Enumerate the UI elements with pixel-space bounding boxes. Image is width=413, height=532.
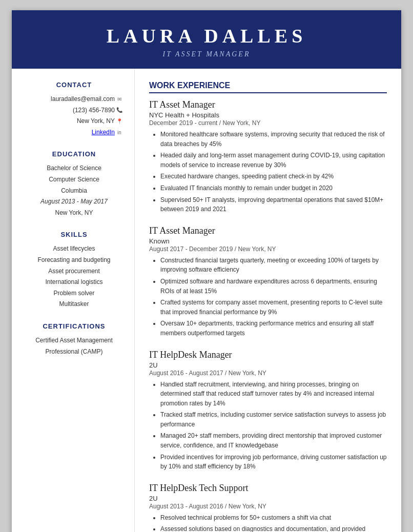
bullet: Headed daily and long-term asset managem…	[160, 151, 387, 170]
skills-title: SKILLS	[24, 231, 124, 238]
contact-location: New York, NY	[24, 116, 115, 127]
email-icon: ✉	[115, 95, 124, 104]
contact-phone-row: (123) 456-7890 📞	[24, 105, 124, 116]
job-1-dates: December 2019 - current / New York, NY	[149, 119, 387, 127]
job-1-bullets: Monitored healthcare software systems, i…	[149, 130, 387, 214]
education-dates: August 2013 - May 2017	[24, 196, 124, 208]
education-location: New York, NY	[24, 208, 124, 219]
resume: LAURA DALLES IT ASSET MANAGER CONTACT la…	[12, 10, 401, 532]
contact-email-row: lauradalles@email.com ✉	[24, 94, 124, 105]
resume-header: LAURA DALLES IT ASSET MANAGER	[12, 10, 401, 69]
job-2: IT Asset Manager Known August 2017 - Dec…	[149, 226, 387, 338]
phone-icon: 📞	[115, 106, 124, 115]
bullet: Optimized software and hardware expendit…	[160, 277, 387, 296]
job-4: IT HelpDesk Tech Support 2U August 2013 …	[149, 483, 387, 532]
candidate-name: LAURA DALLES	[32, 25, 381, 47]
main-content: WORK EXPERIENCE IT Asset Manager NYC Hea…	[135, 69, 401, 532]
bullet: Crafted systems for company asset moveme…	[160, 298, 387, 317]
job-4-company: 2U	[149, 495, 387, 502]
job-2-dates: August 2017 - December 2019 / New York, …	[149, 245, 387, 253]
bullet: Tracked staff metrics, including custome…	[160, 410, 387, 429]
job-3: IT HelpDesk Manager 2U August 2016 - Aug…	[149, 350, 387, 472]
contact-linkedin-row: LinkedIn in	[24, 127, 124, 138]
bullet: Provided incentives for improving job pe…	[160, 453, 387, 472]
candidate-title: IT ASSET MANAGER	[32, 50, 381, 58]
job-4-bullets: Resolved technical problems for 50+ cust…	[149, 513, 387, 532]
education-major: Computer Science	[24, 174, 124, 186]
skill-item: Problem solver	[24, 288, 124, 299]
linkedin-link[interactable]: LinkedIn	[92, 129, 115, 136]
bullet: Resolved technical problems for 50+ cust…	[160, 513, 387, 523]
job-1-company: NYC Health + Hospitals	[149, 111, 387, 119]
resume-body: CONTACT lauradalles@email.com ✉ (123) 45…	[12, 69, 401, 532]
contact-email: lauradalles@email.com	[24, 94, 115, 105]
education-section: EDUCATION Bachelor of Science Computer S…	[24, 150, 124, 218]
skill-item: Asset procurement	[24, 266, 124, 277]
skills-section: SKILLS Asset lifecycles Forecasting and …	[24, 231, 124, 310]
job-2-company: Known	[149, 237, 387, 245]
education-degree: Bachelor of Science	[24, 163, 124, 174]
location-icon: 📍	[115, 117, 124, 126]
skill-item: Multitasker	[24, 299, 124, 310]
bullet: Handled staff recruitment, interviewing,…	[160, 380, 387, 408]
certifications-title: CERTIFICATIONS	[24, 322, 124, 330]
contact-location-row: New York, NY 📍	[24, 116, 124, 127]
skill-item: Forecasting and budgeting	[24, 255, 124, 266]
certifications-text: Certified Asset Management Professional …	[24, 335, 124, 357]
skill-item: Asset lifecycles	[24, 243, 124, 255]
job-2-title: IT Asset Manager	[149, 226, 387, 236]
work-experience-title: WORK EXPERIENCE	[149, 81, 387, 93]
bullet: Evaluated IT financials monthly to remai…	[160, 183, 387, 193]
education-title: EDUCATION	[24, 150, 124, 158]
job-3-dates: August 2016 - August 2017 / New York, NY	[149, 370, 387, 377]
job-3-company: 2U	[149, 361, 387, 369]
job-3-title: IT HelpDesk Manager	[149, 350, 387, 360]
bullet: Assessed solutions based on diagnostics …	[160, 524, 387, 532]
job-3-bullets: Handled staff recruitment, interviewing,…	[149, 380, 387, 472]
job-2-bullets: Constructed financial targets quarterly,…	[149, 256, 387, 338]
job-4-title: IT HelpDesk Tech Support	[149, 483, 387, 494]
contact-phone: (123) 456-7890	[24, 105, 115, 116]
bullet: Oversaw 10+ departments, tracking perfor…	[160, 319, 387, 338]
job-1: IT Asset Manager NYC Health + Hospitals …	[149, 99, 387, 214]
contact-section: CONTACT lauradalles@email.com ✉ (123) 45…	[24, 81, 124, 138]
job-1-title: IT Asset Manager	[149, 99, 387, 110]
education-school: Columbia	[24, 186, 124, 197]
bullet: Monitored healthcare software systems, i…	[160, 130, 387, 149]
job-4-dates: August 2013 - August 2016 / New York, NY	[149, 503, 387, 510]
bullet: Constructed financial targets quarterly,…	[160, 256, 387, 275]
sidebar: CONTACT lauradalles@email.com ✉ (123) 45…	[12, 69, 135, 532]
skills-list: Asset lifecycles Forecasting and budgeti…	[24, 243, 124, 310]
contact-title: CONTACT	[24, 81, 124, 89]
certifications-section: CERTIFICATIONS Certified Asset Managemen…	[24, 322, 124, 357]
bullet: Executed hardware changes, speeding pati…	[160, 172, 387, 181]
linkedin-icon: in	[115, 128, 124, 137]
bullet: Managed 20+ staff members, providing dir…	[160, 431, 387, 450]
bullet: Supervised 50+ IT analysts, improving de…	[160, 195, 387, 214]
skill-item: International logistics	[24, 277, 124, 288]
